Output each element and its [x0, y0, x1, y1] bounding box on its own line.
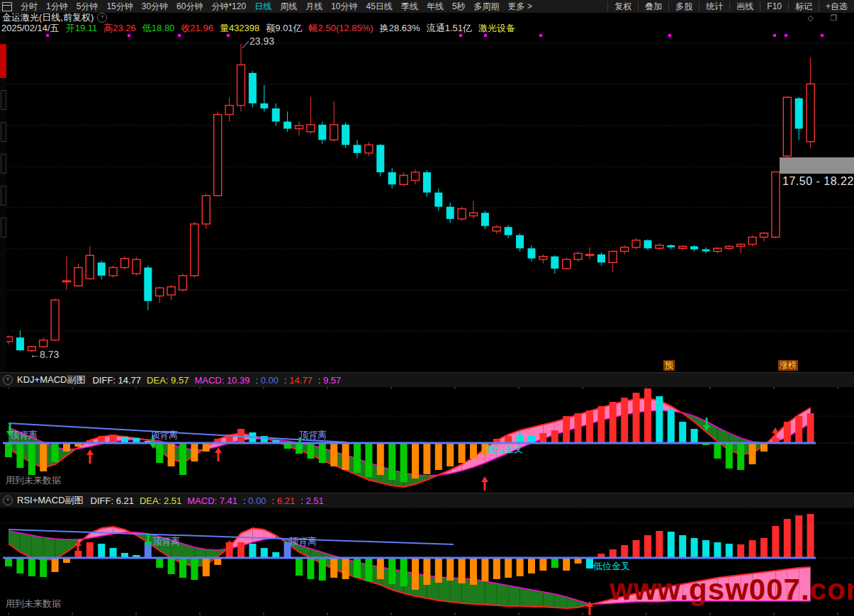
period-menu-bar: 分时1分钟5分钟15分钟30分钟60分钟分钟*120日线周线月线10分钟45日线… — [0, 0, 854, 13]
menu-item-60分钟[interactable]: 60分钟 — [172, 1, 207, 11]
rsi-panel-title: RSI+MACD副图 — [17, 494, 84, 507]
toolbar-button-+自选[interactable]: +自选 — [819, 1, 854, 11]
left-strip-tab — [1, 90, 6, 110]
indicator-label: : — [255, 375, 260, 386]
gainers-badge[interactable]: 涨榜 — [778, 360, 798, 371]
info-field: 额9.01亿 — [266, 23, 302, 33]
info-field: 激光设备 — [478, 23, 515, 33]
indicator-value: 9.57 — [323, 375, 341, 386]
left-strip-tab — [1, 186, 6, 206]
indicator-label: : — [318, 375, 323, 386]
info-bar: 2025/02/14/五 开19.11高23.26低18.80收21.96量43… — [1, 23, 854, 33]
rsi-top-divergence-label: 顶背离 — [152, 535, 180, 548]
menu-item-日线[interactable]: 日线 — [250, 1, 276, 11]
menu-item-1分钟[interactable]: 1分钟 — [42, 1, 72, 11]
menu-item-季线[interactable]: 季线 — [397, 1, 422, 11]
info-field: 高23.26 — [103, 23, 136, 33]
window-layout-icon[interactable] — [2, 2, 12, 11]
left-toolbar-strip[interactable] — [0, 33, 6, 372]
panel-collapse-icon[interactable]: ˅ — [3, 495, 13, 505]
left-strip-highlight — [0, 44, 6, 78]
rsi-panel-header: ˅ RSI+MACD副图 DIFF: 6.21DEA: 2.51MACD: 7.… — [0, 493, 854, 508]
indicator-label: DEA: — [147, 375, 171, 386]
info-field: 换28.63% — [380, 23, 420, 33]
indicator-label: DEA: — [140, 495, 164, 506]
indicator-value: 2.51 — [305, 495, 323, 506]
chart-canvas[interactable] — [0, 0, 854, 616]
left-strip-tab — [1, 154, 6, 174]
info-field: 开19.11 — [66, 23, 98, 33]
kdj-panel-layer — [3, 386, 854, 491]
menu-item-更多 >[interactable]: 更多 > — [504, 1, 536, 11]
kdj-panel-header: ˅ KDJ+MACD副图 DIFF: 14.77DEA: 9.57MACD: 1… — [0, 372, 854, 387]
info-fields: 开19.11高23.26低18.80收21.96量432398额9.01亿幅2.… — [66, 22, 522, 35]
toolbar-button-画线[interactable]: 画线 — [729, 1, 760, 11]
kdj-indicator-values: DIFF: 14.77DEA: 9.57MACD: 10.39: 0.00: 1… — [92, 375, 347, 386]
gap-range-label: 17.50 - 18.22 — [782, 175, 854, 188]
low-price-annotation: ←8.73 — [30, 349, 59, 360]
menu-item-10分钟[interactable]: 10分钟 — [327, 1, 361, 11]
indicator-value: 14.77 — [289, 375, 313, 386]
menu-item-30分钟[interactable]: 30分钟 — [137, 1, 172, 11]
toolbar-button-多股[interactable]: 多股 — [668, 1, 699, 11]
toolbar-button-统计[interactable]: 统计 — [699, 1, 729, 11]
menu-item-5分钟[interactable]: 5分钟 — [72, 1, 103, 11]
forecast-badge[interactable]: 预 — [663, 360, 675, 371]
indicator-label: : — [272, 495, 277, 506]
indicator-value: 9.57 — [171, 375, 189, 386]
menu-item-分钟*120[interactable]: 分钟*120 — [207, 1, 250, 11]
info-field: 低18.80 — [142, 23, 175, 33]
indicator-value: 0.00 — [261, 375, 279, 386]
toolbar-right: 复权叠加多股统计画线F10标记+自选 — [607, 0, 854, 13]
rsi-indicator-values: DIFF: 6.21DEA: 2.51MACD: 7.41: 0.00: 6.2… — [91, 495, 330, 506]
indicator-label: DIFF: — [91, 495, 116, 506]
indicator-value: 6.21 — [116, 495, 134, 506]
menu-item-45日线[interactable]: 45日线 — [362, 1, 397, 11]
menu-item-月线[interactable]: 月线 — [301, 1, 327, 11]
kdj-panel-title: KDJ+MACD副图 — [17, 374, 85, 386]
rsi-future-data-note: 用到未来数据 — [6, 598, 61, 610]
indicator-value: 0.00 — [248, 495, 266, 506]
toolbar-button-F10[interactable]: F10 — [760, 1, 788, 11]
menu-item-15分钟[interactable]: 15分钟 — [102, 1, 137, 11]
indicator-value: 2.51 — [164, 495, 181, 506]
indicator-label: DIFF: — [92, 375, 118, 386]
info-field: 收21.96 — [181, 23, 213, 33]
date-label: 2025/02/14/五 — [1, 22, 60, 35]
rsi-golden-cross-label: 低位金叉 — [593, 560, 630, 573]
toolbar-button-复权[interactable]: 复权 — [607, 1, 638, 11]
title-right-icons[interactable]: ◇ ❐ — [808, 13, 844, 23]
kdj-top-divergence-label: 顶背离 — [150, 429, 178, 442]
high-price-annotation: 23.93 — [249, 35, 274, 47]
indicator-value: 14.77 — [118, 375, 142, 386]
panel-collapse-icon[interactable]: ˅ — [3, 375, 13, 385]
kdj-top-divergence-label: 顶背离 — [299, 429, 327, 442]
left-strip-tab — [1, 122, 6, 142]
rsi-top-divergence-label: 顶背离 — [289, 535, 317, 548]
indicator-value: 10.39 — [227, 375, 250, 386]
kdj-golden-cross-label: 低位金叉 — [486, 443, 523, 456]
toolbar-button-标记[interactable]: 标记 — [788, 1, 819, 11]
info-field: 幅2.50(12.85%) — [309, 23, 373, 33]
menu-item-多周期[interactable]: 多周期 — [470, 1, 504, 11]
indicator-value: 6.21 — [277, 495, 295, 506]
watermark: www.gsw007.com — [609, 573, 854, 607]
menu-item-分时[interactable]: 分时 — [16, 1, 42, 11]
info-field: 流通1.51亿 — [427, 23, 472, 33]
indicator-value: 7.41 — [220, 495, 237, 506]
kdj-future-data-note: 用到未来数据 — [6, 474, 61, 487]
menu-item-5秒[interactable]: 5秒 — [448, 1, 470, 11]
left-strip-tab — [1, 218, 6, 237]
indicator-label: MACD: — [187, 495, 220, 506]
indicator-label: MACD: — [194, 375, 227, 386]
info-field: 量432398 — [220, 23, 259, 33]
period-items: 分时1分钟5分钟15分钟30分钟60分钟分钟*120日线周线月线10分钟45日线… — [16, 1, 536, 13]
toolbar-button-叠加[interactable]: 叠加 — [638, 1, 668, 11]
menu-item-年线[interactable]: 年线 — [422, 1, 448, 11]
menu-item-周线[interactable]: 周线 — [276, 1, 301, 11]
kdj-top-divergence-label: 顶背离 — [10, 429, 38, 442]
main-chart-layer — [5, 34, 854, 352]
